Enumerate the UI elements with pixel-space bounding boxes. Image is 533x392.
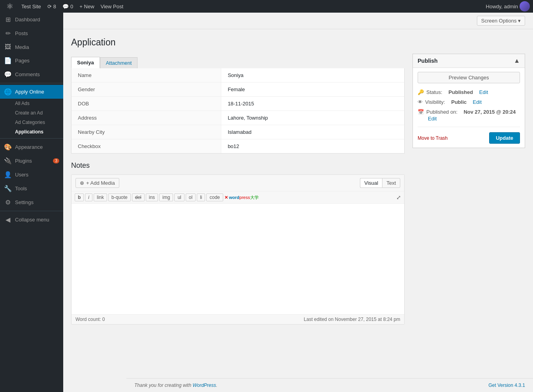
published-edit-link[interactable]: Edit: [428, 116, 437, 122]
sidebar-item-media[interactable]: 🖼 Media: [0, 40, 63, 54]
sidebar-subitem-all-ads[interactable]: All Ads: [0, 99, 63, 108]
comments-icon[interactable]: 💬 0: [59, 4, 76, 9]
sidebar-item-users[interactable]: 👤 Users: [0, 168, 63, 182]
sidebar-item-appearance[interactable]: 🎨 Appearance: [0, 140, 63, 154]
media-icon: 🖼: [4, 43, 12, 51]
notes-editor: ⊕ + Add Media Visual Text b i link: [71, 174, 405, 324]
sidebar-item-apply-online[interactable]: 🌐 Apply Online: [0, 85, 63, 99]
table-row: Nearby CityIslamabad: [72, 125, 404, 139]
table-row: Checkboxbo12: [72, 139, 404, 154]
editor-footer: Word count: 0 Last edited on November 27…: [72, 314, 404, 324]
comments-icon: 💬: [4, 71, 12, 78]
img-button[interactable]: img: [159, 193, 173, 201]
preview-changes-button[interactable]: Preview Changes: [418, 72, 520, 83]
sidebar-subitem-create-an-ad[interactable]: Create an Ad: [0, 108, 63, 118]
update-button[interactable]: Update: [489, 132, 520, 144]
tab-soniya[interactable]: Soniya: [71, 57, 100, 68]
page-title: Application: [71, 37, 525, 48]
sidebar-item-tools[interactable]: 🔧 Tools: [0, 182, 63, 195]
editor-toolbar-top: ⊕ + Add Media Visual Text: [72, 175, 404, 191]
field-value: Soniya: [221, 68, 404, 83]
visibility-label: Visibility:: [425, 99, 445, 105]
sidebar-item-label: Pages: [15, 58, 30, 64]
site-name[interactable]: Test Site: [18, 4, 44, 9]
sidebar-item-label: Media: [15, 44, 29, 50]
view-tabs: Visual Text: [360, 178, 400, 188]
visibility-row: 👁 Visibility: Public Edit: [418, 97, 520, 107]
sidebar-item-collapse[interactable]: ◀ Collapse menu: [0, 213, 63, 227]
updates-count: 8: [53, 4, 56, 9]
ins-button[interactable]: ins: [146, 193, 158, 201]
sidebar-item-dashboard[interactable]: ⊞ Dashboard: [0, 13, 63, 26]
published-row: 📅 Published on: Nov 27, 2015 @ 20:24 Edi…: [418, 107, 520, 124]
plus-icon: ⊕: [80, 180, 84, 186]
sidebar-subitem-applications[interactable]: Applications: [0, 127, 63, 137]
ol-button[interactable]: ol: [186, 193, 196, 201]
updates-badge-icon: ⟳: [47, 4, 52, 9]
visibility-edit-link[interactable]: Edit: [473, 99, 482, 105]
app-tabs: Soniya Attachment: [71, 54, 405, 68]
attachment-link[interactable]: Attachment: [106, 60, 132, 66]
publish-separator: [418, 127, 520, 127]
published-label: Published on:: [426, 109, 458, 115]
sidebar-item-pages[interactable]: 📄 Pages: [0, 54, 63, 68]
footer-left: Thank you for creating with WordPress.: [134, 383, 217, 388]
application-table-wrap: NameSoniyaGenderFemaleDOB18-11-2015Addre…: [71, 68, 405, 154]
bold-button[interactable]: b: [75, 193, 84, 201]
move-to-trash-link[interactable]: Move to Trash: [418, 135, 448, 141]
visibility-value: Public: [451, 99, 467, 105]
wp-logo-icon: ⚛: [3, 2, 17, 11]
view-post-link[interactable]: View Post: [98, 4, 127, 9]
status-row: 🔑 Status: Published Edit: [418, 87, 520, 97]
screen-options-button[interactable]: Screen Options ▾: [477, 16, 525, 26]
extra-label: 大学: [250, 195, 259, 200]
wordpress-footer-link[interactable]: WordPress: [192, 383, 216, 388]
status-edit-link[interactable]: Edit: [479, 89, 488, 95]
sidebar-item-label: Posts: [15, 30, 28, 36]
avatar[interactable]: [520, 1, 530, 11]
pages-icon: 📄: [4, 57, 12, 64]
code-button[interactable]: code: [206, 193, 223, 201]
sidebar-item-label: Users: [15, 172, 28, 178]
tab-text[interactable]: Text: [382, 178, 400, 188]
table-row: GenderFemale: [72, 83, 404, 97]
field-label: Address: [72, 111, 221, 125]
plugins-badge: 3: [53, 158, 59, 163]
version-link[interactable]: Get Version 4.3.1: [488, 383, 525, 388]
sidebar-item-comments[interactable]: 💬 Comments: [0, 68, 63, 81]
sidebar-subitem-ad-categories[interactable]: Ad Categories: [0, 118, 63, 127]
notes-editor-area[interactable]: [72, 204, 404, 314]
publish-box-content: Preview Changes 🔑 Status: Published Edit…: [413, 68, 525, 148]
sidebar-item-settings[interactable]: ⚙ Settings: [0, 195, 63, 209]
ul-button[interactable]: ul: [174, 193, 184, 201]
last-edited: Last edited on November 27, 2015 at 8:24…: [304, 317, 400, 322]
tab-attachment[interactable]: Attachment: [100, 57, 138, 68]
add-media-button[interactable]: ⊕ + Add Media: [75, 178, 119, 188]
wordpress-logo-text: word: [229, 195, 239, 200]
calendar-icon: 📅: [418, 109, 424, 115]
link-button[interactable]: link: [94, 193, 107, 201]
status-label: Status:: [426, 89, 442, 95]
sidebar-item-label: Apply Online: [15, 89, 44, 95]
expand-editor-icon[interactable]: ⤢: [396, 194, 401, 201]
sidebar-item-label: Comments: [15, 71, 40, 77]
italic-button[interactable]: i: [85, 193, 92, 201]
field-label: Nearby City: [72, 125, 221, 139]
del-button[interactable]: del: [132, 193, 145, 201]
edit-sidebar: Publish ▲ Preview Changes 🔑 Status: Publ…: [412, 54, 525, 156]
sidebar-item-plugins[interactable]: 🔌 Plugins 3: [0, 154, 63, 168]
bquote-button[interactable]: b-quote: [108, 193, 131, 201]
press-text: press: [239, 195, 250, 200]
tab-visual[interactable]: Visual: [360, 178, 382, 188]
sidebar-item-posts[interactable]: ✏ Posts: [0, 26, 63, 40]
updates-icon[interactable]: ⟳ 8: [44, 4, 59, 9]
add-media-label: + Add Media: [86, 180, 115, 186]
new-content-button[interactable]: + New: [76, 4, 97, 9]
table-row: NameSoniya: [72, 68, 404, 83]
collapse-icon: ◀: [4, 216, 12, 223]
published-date: Nov 27, 2015 @ 20:24: [463, 109, 516, 115]
visibility-icon: 👁: [418, 99, 423, 105]
plugins-icon: 🔌: [4, 157, 12, 165]
li-button[interactable]: li: [197, 193, 205, 201]
collapse-publish-button[interactable]: ▲: [514, 57, 520, 64]
